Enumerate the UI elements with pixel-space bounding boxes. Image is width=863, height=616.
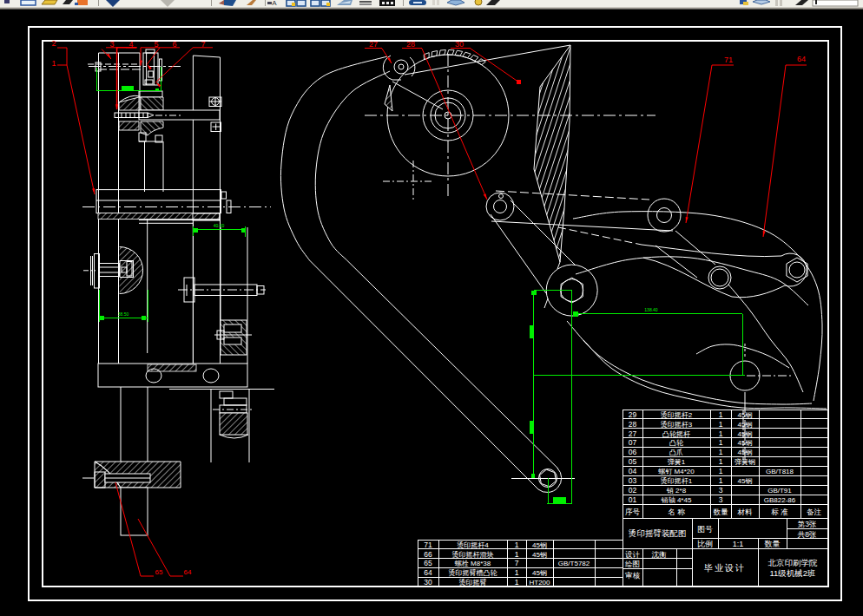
svg-text:备注: 备注	[807, 508, 822, 516]
svg-text:烫印摇杆滑块: 烫印摇杆滑块	[452, 550, 494, 559]
svg-text:1: 1	[719, 448, 723, 456]
svg-text:45钢: 45钢	[738, 421, 753, 429]
svg-text:29: 29	[629, 410, 637, 419]
svg-text:06: 06	[629, 448, 637, 456]
svg-text:45钢: 45钢	[532, 551, 547, 559]
svg-text:27: 27	[369, 40, 378, 49]
svg-text:45钢: 45钢	[738, 449, 753, 456]
svg-text:凸轮: 凸轮	[669, 439, 683, 447]
svg-text:45钢: 45钢	[738, 411, 753, 419]
svg-text:7: 7	[201, 40, 205, 49]
svg-text:弹簧1: 弹簧1	[668, 458, 686, 466]
svg-text:弹簧钢: 弹簧钢	[735, 458, 755, 466]
svg-text:6: 6	[172, 40, 176, 49]
svg-text:材料: 材料	[737, 508, 754, 516]
svg-text:1: 1	[719, 438, 723, 447]
svg-text:名 称: 名 称	[668, 508, 685, 516]
svg-text:1:1: 1:1	[733, 540, 744, 548]
svg-text:138.40: 138.40	[644, 307, 658, 312]
svg-text:07: 07	[629, 438, 637, 447]
svg-text:比例: 比例	[697, 540, 713, 548]
svg-text:1: 1	[515, 541, 519, 549]
svg-text:审核: 审核	[625, 571, 641, 580]
svg-text:螺钉 M4*20: 螺钉 M4*20	[658, 468, 695, 475]
svg-text:第3张: 第3张	[798, 520, 817, 528]
svg-text:01: 01	[629, 495, 637, 504]
svg-text:3: 3	[719, 495, 723, 504]
svg-text:毕业设计: 毕业设计	[704, 563, 746, 573]
svg-text:烫印摇臂装配图: 烫印摇臂装配图	[629, 528, 687, 538]
svg-text:5: 5	[154, 40, 158, 49]
svg-text:北京印刷学院: 北京印刷学院	[768, 558, 819, 567]
svg-text:71: 71	[724, 56, 733, 64]
svg-text:GB/T5782: GB/T5782	[558, 560, 590, 567]
svg-text:GB/T818: GB/T818	[766, 468, 794, 475]
svg-text:销 2*8: 销 2*8	[666, 487, 687, 495]
svg-text:3: 3	[109, 40, 114, 49]
svg-text:40.00: 40.00	[214, 223, 225, 228]
svg-text:28: 28	[629, 420, 637, 429]
svg-text:1: 1	[719, 457, 723, 466]
svg-text:设计: 设计	[625, 550, 641, 559]
svg-text:02: 02	[629, 486, 637, 495]
svg-text:64: 64	[797, 55, 806, 63]
svg-text:28: 28	[406, 40, 415, 49]
svg-text:3: 3	[719, 486, 723, 495]
svg-text:1: 1	[515, 568, 519, 577]
svg-text:45钢: 45钢	[532, 541, 547, 549]
svg-text:03: 03	[629, 476, 637, 485]
svg-text:凸轮摇杆: 凸轮摇杆	[662, 430, 690, 438]
svg-text:05: 05	[629, 457, 637, 466]
svg-text:38.50: 38.50	[118, 311, 129, 317]
svg-text:烫印摇杆2: 烫印摇杆2	[661, 410, 693, 419]
svg-text:66: 66	[424, 550, 432, 559]
svg-text:标 准: 标 准	[771, 508, 788, 516]
svg-text:数量: 数量	[714, 508, 729, 516]
svg-text:HT200: HT200	[529, 579, 550, 587]
svg-text:1: 1	[719, 476, 723, 485]
svg-text:2: 2	[51, 39, 56, 48]
svg-text:GB822-86: GB822-86	[764, 496, 796, 504]
svg-text:GB/T91: GB/T91	[767, 487, 792, 495]
svg-text:45钢: 45钢	[738, 439, 753, 447]
svg-text:27: 27	[629, 429, 637, 438]
svg-text:1: 1	[719, 429, 723, 438]
svg-text:1: 1	[719, 420, 723, 429]
svg-text:螺栓 M8*38: 螺栓 M8*38	[455, 560, 491, 567]
svg-text:30: 30	[455, 40, 464, 49]
svg-text:凸爪: 凸爪	[669, 449, 683, 456]
svg-text:71: 71	[424, 541, 432, 549]
svg-text:图号: 图号	[697, 525, 713, 534]
svg-text:烫印摇臂: 烫印摇臂	[459, 578, 487, 587]
svg-text:1: 1	[719, 410, 723, 419]
svg-text:沈衡: 沈衡	[652, 550, 668, 559]
svg-text:1: 1	[515, 550, 519, 559]
svg-text:序号: 序号	[625, 508, 641, 516]
svg-text:1: 1	[51, 59, 56, 68]
svg-text:65: 65	[424, 559, 432, 567]
svg-text:64: 64	[184, 568, 192, 576]
svg-text:共8张: 共8张	[797, 530, 817, 539]
svg-text:烫印摇臂槽凸轮: 烫印摇臂槽凸轮	[449, 568, 497, 577]
svg-text:64: 64	[424, 568, 432, 577]
svg-text:30: 30	[424, 578, 432, 587]
svg-text:7: 7	[515, 559, 519, 567]
svg-text:数量: 数量	[765, 540, 781, 548]
svg-text:45钢: 45钢	[532, 569, 547, 577]
svg-text:绘图: 绘图	[625, 560, 640, 568]
svg-text:销轴 4*45: 销轴 4*45	[661, 496, 692, 504]
svg-text:11级机械2班: 11级机械2班	[769, 568, 815, 578]
svg-text:1: 1	[719, 467, 723, 475]
svg-text:45钢: 45钢	[738, 477, 753, 485]
svg-text:烫印摇杆4: 烫印摇杆4	[457, 541, 489, 549]
svg-text:65: 65	[155, 568, 163, 576]
svg-text:1: 1	[515, 578, 519, 587]
svg-text:04: 04	[629, 467, 637, 475]
svg-text:烫印摇杆3: 烫印摇杆3	[661, 420, 693, 429]
svg-text:45钢: 45钢	[738, 430, 753, 438]
svg-text:烫印摇杆1: 烫印摇杆1	[661, 476, 693, 485]
svg-text:A: A	[272, 0, 277, 7]
